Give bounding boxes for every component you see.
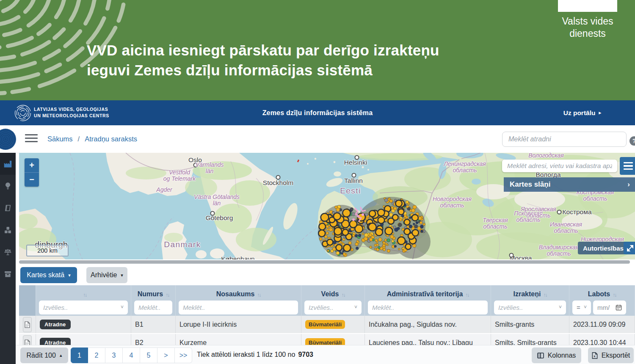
map-layers-panel[interactable]: Kartes slāņi › bbox=[504, 177, 635, 192]
page-button-5[interactable]: 5 bbox=[140, 347, 157, 363]
agency-logo bbox=[558, 0, 617, 12]
breadcrumb-separator: / bbox=[78, 135, 80, 143]
header-izrakteni[interactable]: Izrakteņi↑↓ Izvēlies.. ˅ bbox=[491, 285, 569, 316]
lightbulb-icon bbox=[3, 182, 12, 190]
fullscreen-button[interactable] bbox=[624, 242, 635, 254]
archived-dropdown[interactable]: Arhivētie ▾ bbox=[86, 267, 127, 283]
expand-icon bbox=[627, 245, 633, 251]
sort-icon[interactable]: ↑↓ bbox=[543, 292, 547, 298]
sidebar-item-deposits[interactable] bbox=[0, 153, 16, 175]
page-button-4[interactable]: 4 bbox=[123, 347, 140, 363]
map-layers-label: Kartes slāņi bbox=[510, 180, 550, 189]
chevron-down-icon: ˅ bbox=[121, 304, 124, 310]
page-button-2[interactable]: 2 bbox=[88, 347, 105, 363]
menu-icon[interactable] bbox=[25, 134, 38, 143]
hero-banner: VVD aicina iesniegt pārskatu par derīgo … bbox=[0, 0, 635, 100]
factory-icon bbox=[3, 160, 12, 168]
sidebar-item-licences[interactable] bbox=[0, 241, 16, 263]
numurs-filter-input[interactable] bbox=[134, 301, 172, 314]
cell-izrakteni: Smilts-grants bbox=[491, 316, 569, 333]
map-scale: 200 km bbox=[26, 245, 69, 256]
zoom-in-button[interactable]: + bbox=[25, 158, 39, 173]
sort-icon[interactable]: ↑↓ bbox=[83, 292, 86, 298]
deposits-table: ↑↓ Izvēlies.. ˅ Numurs↑↓ Nosaukums↑↓ Vei… bbox=[19, 285, 635, 352]
page-button-3[interactable]: 3 bbox=[105, 347, 123, 363]
header-teritorija[interactable]: Administratīvā teritorija↑↓ bbox=[365, 285, 491, 316]
cubes-icon bbox=[3, 226, 12, 234]
hamburger-icon bbox=[624, 162, 633, 164]
breadcrumb-current-link[interactable]: Atradņu saraksts bbox=[85, 135, 137, 143]
sort-icon[interactable]: ↑↓ bbox=[166, 292, 169, 298]
columns-button[interactable]: Kolonnas bbox=[532, 347, 581, 363]
chevron-down-icon: ˅ bbox=[584, 304, 587, 310]
caret-up-icon: ▴ bbox=[60, 353, 62, 358]
izrakteni-filter-select[interactable]: Izvēlies.. ˅ bbox=[494, 301, 566, 314]
page-button-1[interactable]: 1 bbox=[71, 347, 88, 363]
app-logo-icon[interactable] bbox=[0, 129, 16, 150]
teritorija-filter-input[interactable] bbox=[368, 301, 488, 314]
sidebar-item-ideas[interactable] bbox=[0, 175, 16, 197]
type-filter-select[interactable]: Izvēlies.. ˅ bbox=[39, 301, 128, 314]
cell-teritorija: Inčukalna pag., Siguldas nov. bbox=[365, 316, 491, 333]
excel-file-icon: x bbox=[592, 352, 598, 359]
table-header-row: ↑↓ Izvēlies.. ˅ Numurs↑↓ Nosaukums↑↓ Vei… bbox=[19, 285, 635, 316]
deposit-search-input[interactable] bbox=[502, 132, 627, 147]
book-icon bbox=[3, 204, 12, 212]
calendar-icon bbox=[616, 304, 622, 311]
map-canvas[interactable]: OsloGöteborgStockholmHelsinkiTallinnКост… bbox=[19, 153, 635, 259]
agency-name: Valsts vides dienests bbox=[545, 15, 630, 40]
table-row[interactable]: Atradne B1 Lorupe I-II iecirknis Būvmate… bbox=[19, 316, 635, 334]
page-size-dropdown[interactable]: Rādīt 100 ▴ bbox=[20, 347, 68, 363]
cell-numurs: B1 bbox=[131, 316, 176, 333]
cell-labots: 2023.11.09 09:09 bbox=[569, 316, 635, 333]
left-sidebar bbox=[0, 153, 16, 364]
date-operator-select[interactable]: = ˅ bbox=[572, 301, 591, 314]
svg-text:x: x bbox=[594, 354, 596, 358]
sidebar-item-resources[interactable] bbox=[0, 219, 16, 241]
portal-link[interactable]: Uz portālu ▸ bbox=[563, 100, 601, 125]
header-nosaukums[interactable]: Nosaukums↑↓ bbox=[176, 285, 301, 316]
records-info: Tiek attēloti ieraksti 1 līdz 100 no9703 bbox=[197, 345, 313, 364]
map-menu-button[interactable] bbox=[620, 157, 635, 175]
breadcrumb-bar: Sākums / Atradņu saraksts bbox=[0, 125, 635, 153]
map-zoom-control: + − bbox=[25, 158, 39, 187]
veids-filter-select[interactable]: Izvēlies.. ˅ bbox=[304, 301, 362, 314]
header-veids[interactable]: Veids↑↓ Izvēlies.. ˅ bbox=[301, 285, 365, 316]
columns-icon bbox=[537, 353, 544, 358]
portal-arrow-icon: ▸ bbox=[599, 110, 601, 116]
header-numurs[interactable]: Numurs↑↓ bbox=[131, 285, 176, 316]
archive-box-icon bbox=[3, 270, 12, 279]
sidebar-item-archive[interactable] bbox=[0, 263, 16, 285]
header-type[interactable]: ↑↓ Izvēlies.. ˅ bbox=[36, 285, 131, 316]
nosaukums-filter-input[interactable] bbox=[179, 301, 298, 314]
veids-badge: Būvmateriāli bbox=[305, 320, 345, 329]
caret-down-icon: ▾ bbox=[121, 273, 123, 278]
lvgmc-logo-text: LATVIJAS VIDES, ĢEOLOĢIJAS UN METEOROLOĢ… bbox=[34, 106, 109, 119]
caret-down-icon: ▾ bbox=[68, 273, 71, 278]
export-button[interactable]: x Eksportēt bbox=[588, 347, 634, 363]
sort-icon[interactable]: ↑↓ bbox=[613, 292, 616, 298]
sidebar-item-journal[interactable] bbox=[0, 197, 16, 219]
horizontal-scrollbar[interactable] bbox=[19, 260, 630, 264]
chevron-right-icon: › bbox=[627, 180, 630, 189]
zoom-out-button[interactable]: − bbox=[25, 173, 39, 187]
page-last-button[interactable]: >> bbox=[175, 347, 192, 363]
copyright-button[interactable]: Autortiesības bbox=[578, 242, 629, 254]
top-navbar: Zemes dzīļu informācijas sistēma LATVIJA… bbox=[0, 100, 635, 125]
breadcrumb: Sākums / Atradņu saraksts bbox=[47, 125, 137, 153]
open-record-button[interactable] bbox=[23, 317, 32, 332]
sort-icon[interactable]: ↑↓ bbox=[465, 292, 469, 298]
chevron-down-icon: ˅ bbox=[559, 304, 562, 310]
page-next-button[interactable]: > bbox=[157, 347, 175, 363]
map-address-search-input[interactable] bbox=[502, 160, 617, 172]
sort-icon[interactable]: ↑↓ bbox=[341, 292, 345, 298]
chevron-down-icon: ˅ bbox=[354, 304, 357, 310]
date-filter-input[interactable]: mm/ bbox=[593, 301, 626, 314]
map-view-dropdown[interactable]: Kartes skatā ▾ bbox=[20, 267, 77, 283]
hero-title: VVD aicina iesniegt pārskatu par derīgo … bbox=[87, 41, 552, 80]
pagination: 1 2 3 4 5 > >> bbox=[71, 347, 192, 363]
header-labots[interactable]: Labots↑↓ = ˅ mm/ bbox=[569, 285, 635, 316]
scales-icon bbox=[3, 248, 12, 256]
breadcrumb-home-link[interactable]: Sākums bbox=[47, 135, 73, 143]
sort-icon[interactable]: ↑↓ bbox=[257, 292, 260, 298]
